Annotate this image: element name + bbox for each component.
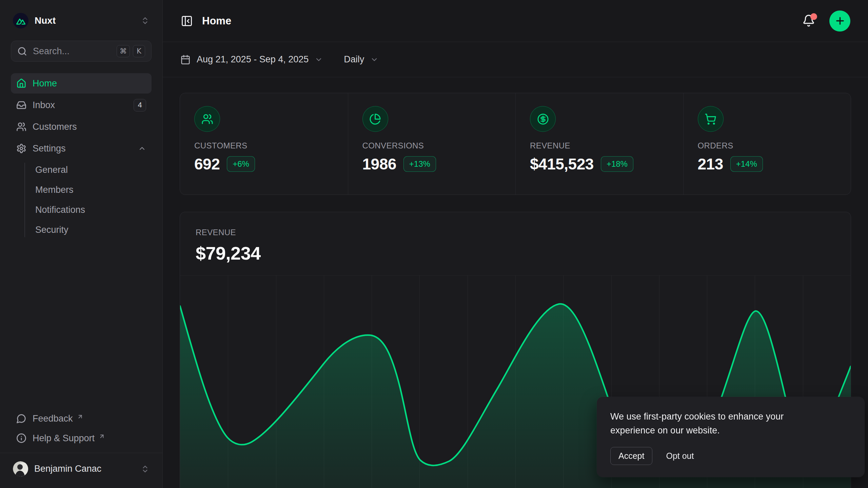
stat-delta-badge: +6% (227, 156, 255, 172)
message-circle-icon (16, 413, 26, 424)
user-name: Benjamin Canac (34, 464, 101, 474)
stat-value: 692 (194, 155, 220, 173)
house-icon (16, 78, 26, 88)
plus-icon (834, 15, 846, 26)
shopping-cart-icon (705, 113, 716, 125)
search-icon (17, 46, 27, 56)
users-icon (16, 122, 26, 132)
stat-delta-badge: +13% (403, 156, 436, 172)
stats-card: CUSTOMERS 692 +6% CONVERSIONS 1986 +13% (180, 93, 851, 195)
stat-label: REVENUE (530, 141, 669, 150)
stat-label: CUSTOMERS (194, 141, 334, 150)
add-button[interactable] (829, 11, 850, 32)
sidebar-item-security[interactable]: Security (11, 220, 152, 240)
chevrons-up-down-icon (141, 465, 150, 473)
interval-select[interactable]: Daily (344, 54, 378, 65)
stat-conversions[interactable]: CONVERSIONS 1986 +13% (348, 93, 516, 195)
top-header: Home (163, 0, 868, 42)
page-title: Home (202, 15, 231, 27)
user-photo-avatar (13, 461, 28, 476)
date-range-picker[interactable]: Aug 21, 2025 - Sep 4, 2025 (180, 54, 323, 65)
team-switcher[interactable]: Nuxt (11, 10, 152, 31)
users-icon (201, 113, 213, 125)
kbd-meta: ⌘ (117, 45, 130, 57)
search-input[interactable]: Search... ⌘ K (11, 41, 152, 62)
sidebar-item-label: Home (33, 78, 57, 89)
help-support-link[interactable]: Help & Support (11, 428, 152, 448)
sidebar: Nuxt Search... ⌘ K Home Inbox 4 Cu (0, 0, 163, 488)
sidebar-item-home[interactable]: Home (11, 73, 152, 94)
stat-label: ORDERS (698, 141, 837, 150)
notification-dot (810, 13, 817, 20)
stat-delta-badge: +18% (601, 156, 633, 172)
sidebar-collapse-button[interactable] (180, 15, 193, 27)
submenu-label: Security (35, 225, 68, 235)
external-link-icon (77, 413, 83, 420)
feedback-link[interactable]: Feedback (11, 409, 152, 428)
date-range-value: Aug 21, 2025 - Sep 4, 2025 (197, 54, 309, 65)
stat-orders[interactable]: ORDERS 213 +14% (683, 93, 851, 195)
chevron-down-icon (315, 56, 323, 64)
user-menu[interactable]: Benjamin Canac (11, 453, 152, 485)
stat-value: $415,523 (530, 155, 594, 173)
sidebar-item-label: Inbox (33, 100, 55, 110)
chevron-up-icon (138, 144, 146, 152)
sidebar-nav: Home Inbox 4 Customers Settings General … (11, 73, 152, 242)
submenu-label: General (35, 165, 68, 175)
chevron-down-icon (370, 56, 378, 64)
cookie-accept-button[interactable]: Accept (610, 447, 652, 465)
cookie-consent-banner: We use first-party cookies to enhance yo… (597, 397, 865, 477)
interval-value: Daily (344, 54, 364, 65)
sidebar-item-settings[interactable]: Settings (11, 138, 152, 159)
foot-item-label: Feedback (33, 413, 73, 424)
foot-item-label: Help & Support (33, 433, 95, 444)
chevrons-up-down-icon (141, 16, 150, 25)
sidebar-item-members[interactable]: Members (11, 180, 152, 200)
submenu-label: Notifications (35, 205, 85, 215)
sidebar-item-inbox[interactable]: Inbox 4 (11, 95, 152, 115)
stat-delta-badge: +14% (730, 156, 763, 172)
sidebar-item-customers[interactable]: Customers (11, 117, 152, 137)
external-link-icon (99, 433, 105, 440)
circle-dollar-icon (537, 113, 549, 125)
cookie-message: We use first-party cookies to enhance yo… (610, 410, 817, 438)
revenue-chart-value: $79,234 (196, 243, 835, 264)
panel-left-close-icon (181, 15, 193, 27)
search-shortcut: ⌘ K (117, 45, 145, 57)
nuxt-logo-icon (13, 13, 28, 28)
stat-value: 213 (698, 155, 723, 173)
notifications-button[interactable] (802, 14, 816, 28)
sidebar-item-label: Settings (33, 143, 66, 154)
pie-chart-icon (369, 113, 381, 125)
inbox-count-badge: 4 (134, 99, 146, 111)
sidebar-item-notifications[interactable]: Notifications (11, 200, 152, 220)
calendar-icon (180, 55, 191, 65)
settings-submenu: General Members Notifications Security (11, 160, 152, 240)
sidebar-item-label: Customers (33, 122, 77, 132)
team-name: Nuxt (35, 15, 56, 26)
stat-revenue[interactable]: REVENUE $415,523 +18% (515, 93, 683, 195)
revenue-chart-label: REVENUE (196, 228, 835, 237)
stat-value: 1986 (362, 155, 396, 173)
inbox-icon (16, 100, 26, 110)
gear-icon (16, 143, 26, 154)
submenu-label: Members (35, 185, 74, 195)
sidebar-footer: Feedback Help & Support Benjamin Canac (11, 409, 152, 488)
info-circle-icon (16, 433, 26, 443)
cookie-optout-button[interactable]: Opt out (666, 451, 694, 461)
header-actions (802, 11, 850, 32)
kbd-k: K (133, 45, 145, 57)
stat-label: CONVERSIONS (362, 141, 501, 150)
sidebar-item-general[interactable]: General (11, 160, 152, 180)
search-placeholder: Search... (33, 46, 70, 57)
stat-customers[interactable]: CUSTOMERS 692 +6% (180, 93, 348, 195)
filters-toolbar: Aug 21, 2025 - Sep 4, 2025 Daily (163, 42, 868, 77)
